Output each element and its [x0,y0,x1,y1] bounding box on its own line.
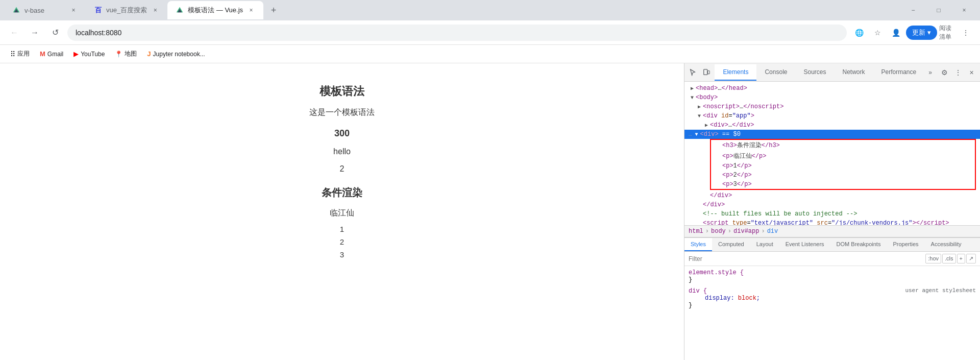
style-prop-value: block [738,295,756,302]
devtools-tab-sources[interactable]: Sources [795,64,834,81]
style-source-label: user agent stylesheet [905,287,976,294]
dom-div-app-html: <div id="app"> [703,112,754,119]
styles-tab-layout[interactable]: Layout [750,238,779,251]
dom-head-html: <head>…</head> [696,85,747,92]
devtools-toolbar: Elements Console Sources Network Perform… [684,63,980,82]
styles-tab-dom-breakpoints[interactable]: DOM Breakpoints [830,238,887,251]
dom-line-p-1[interactable]: <p>1</p> [711,161,975,171]
forward-button[interactable]: → [27,25,43,41]
devtools-panel: Elements Console Sources Network Perform… [684,63,980,360]
dom-p-lingjianxian-html: <p>临江仙</p> [722,152,766,160]
dom-line-div-app[interactable]: <div id="app"> [684,111,980,121]
dom-line-comment[interactable]: <!-- built files will be auto injected -… [684,209,980,219]
devtools-tab-console[interactable]: Console [756,64,795,81]
triangle-div-app[interactable] [696,113,703,119]
list-item-1: 1 [340,225,344,233]
star-button[interactable]: ☆ [869,25,886,41]
element-style-close: } [689,276,976,283]
translate-button[interactable]: 🌐 [851,25,867,41]
dom-line-div-close2[interactable]: </div> [684,200,980,209]
tab-baidu-title: vue_百度搜索 [106,6,147,15]
dom-line-h3[interactable]: <h3>条件渲染</h3> [711,140,975,151]
bookmark-jupyter[interactable]: J Jupyter notebook... [143,48,209,60]
bookmarks-bar: ⠿ 应用 M Gmail ▶ YouTube 📍 地图 J Jupyter no… [0,45,980,63]
triangle-head[interactable] [689,85,696,91]
dom-line-div-close[interactable]: </div> [684,191,980,200]
dom-line-p-3[interactable]: <p>3</p> [711,180,975,189]
triangle-div-selected[interactable] [693,132,700,137]
tab-vuejs-close[interactable]: × [247,6,255,14]
bookmark-gmail[interactable]: M Gmail [36,48,67,60]
dom-line-head[interactable]: <head>…</head> [684,84,980,93]
nav-bar: ← → ↺ 🌐 ☆ 👤 更新 ▾ 阅读清单 ⋮ [0,20,980,45]
profile-button[interactable]: 👤 [888,25,904,41]
dom-line-script1[interactable]: <script type="text/javascript" src="/js/… [684,219,980,225]
list-item-3: 3 [340,250,344,259]
refresh-button[interactable]: ↺ [47,25,63,41]
dom-div-dots-html: <div>…</div> [710,122,754,129]
page-num2: 2 [340,164,345,174]
triangle-noscript[interactable] [696,104,703,110]
update-button[interactable]: 更新 ▾ [906,26,937,40]
reading-mode-button[interactable]: 阅读清单 [939,25,955,41]
tab-vbase[interactable]: v-base × [4,1,86,19]
styles-filter-bar: :hov .cls + ↗ [684,252,980,266]
dom-div-selected-html: <div> == $0 [700,131,741,138]
maximize-button[interactable]: □ [927,2,950,18]
devtools-options-icon[interactable]: ⋮ [952,65,965,80]
dom-line-body[interactable]: <body> [684,93,980,102]
bookmark-apps[interactable]: ⠿ 应用 [6,47,34,60]
styles-add-button[interactable]: + [957,254,965,263]
dom-line-div-selected[interactable]: … <div> == $0 [684,130,980,139]
tab-baidu[interactable]: 百 vue_百度搜索 × [86,1,167,19]
bookmark-maps[interactable]: 📍 地图 [111,47,141,60]
dom-line-p-lingjianxian[interactable]: <p>临江仙</p> [711,151,975,161]
page-title: 模板语法 [320,84,364,99]
styles-expand-button[interactable]: ↗ [966,254,976,263]
styles-tab-properties[interactable]: Properties [887,238,924,251]
devtools-tab-performance[interactable]: Performance [873,64,925,81]
devtools-device-icon[interactable] [700,65,713,80]
style-rule-div-header: user agent stylesheet div { [689,287,976,295]
address-bar[interactable] [67,25,847,41]
dom-p-3-html: <p>3</p> [722,181,752,188]
add-tab-button[interactable]: + [265,2,282,18]
devtools-cursor-icon[interactable] [687,65,699,80]
dom-script1-html: <script type="text/javascript" src="/js/… [703,220,949,225]
tab-vbase-close[interactable]: × [69,6,78,14]
devtools-close-icon[interactable]: × [965,65,978,80]
styles-tab-computed[interactable]: Computed [712,238,750,251]
styles-filter-input[interactable] [689,255,923,262]
page-number: 300 [334,128,350,139]
styles-hov-button[interactable]: :hov [925,254,941,263]
menu-button[interactable]: ⋮ [958,25,974,41]
tab-vuejs[interactable]: 模板语法 — Vue.js × [167,1,263,19]
devtools-tab-network[interactable]: Network [835,64,873,81]
styles-cls-button[interactable]: .cls [942,254,956,263]
bookmark-youtube[interactable]: ▶ YouTube [69,48,109,60]
styles-tab-accessibility[interactable]: Accessibility [925,238,968,251]
minimize-button[interactable]: − [901,2,925,18]
tab-baidu-close[interactable]: × [151,6,159,14]
nav-actions: 🌐 ☆ 👤 更新 ▾ 阅读清单 ⋮ [851,25,974,41]
style-rule1-selector: div { [689,287,707,295]
devtools-settings-icon[interactable]: ⚙ [938,65,951,80]
styles-filter-actions: :hov .cls + ↗ [925,254,976,263]
dom-line-p-2[interactable]: <p>2</p> [711,171,975,180]
triangle-div-dots[interactable] [703,122,710,128]
styles-tab-styles[interactable]: Styles [684,238,712,251]
dom-line-noscript[interactable]: <noscript>…</noscript> [684,102,980,111]
devtools-tab-elements[interactable]: Elements [715,64,756,81]
devtools-more-tabs[interactable]: » [924,65,936,80]
style-element-close: } [689,276,692,283]
breadcrumb-body[interactable]: body [711,228,726,235]
back-button[interactable]: ← [6,25,22,41]
section-title: 条件渲染 [322,186,362,200]
breadcrumb-div[interactable]: div [767,228,778,235]
styles-tab-event-listeners[interactable]: Event Listeners [779,238,830,251]
breadcrumb-html[interactable]: html [689,228,703,235]
breadcrumb-div-app[interactable]: div#app [733,228,759,235]
triangle-body[interactable] [689,95,696,101]
dom-line-div-dots[interactable]: <div>…</div> [684,121,980,130]
close-button[interactable]: × [952,2,976,18]
